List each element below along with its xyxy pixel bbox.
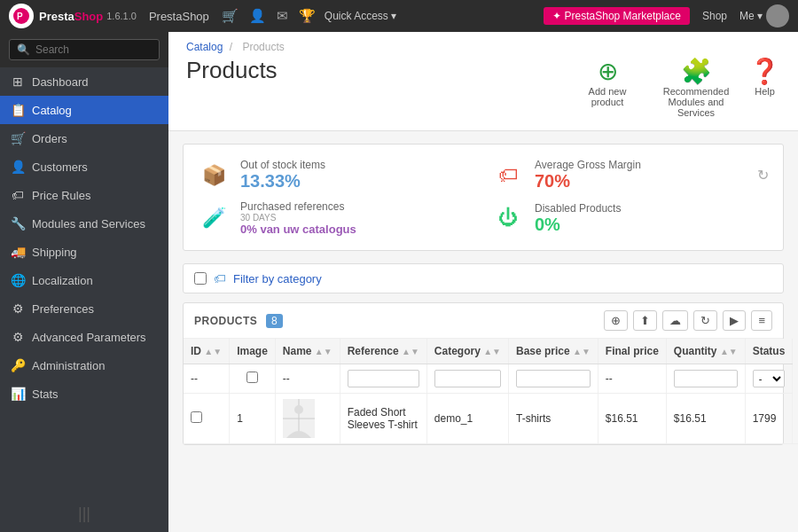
add-icon: ⊕: [598, 57, 618, 86]
purchased-refs-sublabel: 30 DAYS: [240, 213, 356, 223]
filter-tag-icon: 🏷: [214, 271, 226, 286]
gross-margin-content: Average Gross Margin 70%: [535, 159, 641, 192]
table-header-row: ID ▲▼ Image Name ▲▼ Reference ▲▼ Categor…: [184, 339, 798, 364]
sidebar-item-label: Stats: [32, 387, 59, 401]
filter-image-checkbox[interactable]: [237, 372, 268, 383]
row-cat-cell: T-shirts: [508, 394, 598, 444]
administration-icon: 🔑: [11, 358, 25, 372]
table-filter-row: -- -- -- - Yes No: [184, 364, 798, 394]
name-sort-icon[interactable]: ▲▼: [315, 347, 332, 356]
sidebar-item-dashboard[interactable]: ⊞ Dashboard: [0, 67, 168, 96]
sidebar-item-price-rules[interactable]: 🏷 Price Rules: [0, 181, 168, 209]
nav-icons: 🛒 👤 ✉ 🏆: [222, 8, 316, 24]
filter-label[interactable]: Filter by category: [233, 272, 322, 286]
filter-base-price-cell: [508, 364, 598, 394]
breadcrumb-current: Products: [242, 41, 284, 53]
filter-id-cell: --: [184, 364, 230, 394]
row-ref-cell: demo_1: [426, 394, 508, 444]
row-id-cell: 1: [230, 394, 276, 444]
col-id: ID ▲▼: [184, 339, 230, 364]
row-image-cell: [275, 394, 340, 444]
help-label: Help: [755, 86, 775, 97]
me-menu[interactable]: Me ▾: [739, 4, 789, 27]
sidebar-item-modules[interactable]: 🔧 Modules and Services: [0, 209, 168, 238]
col-status: Status: [745, 339, 793, 364]
filter-qty-input[interactable]: [674, 370, 738, 387]
ref-sort-icon[interactable]: ▲▼: [402, 347, 419, 356]
help-icon: ❓: [749, 57, 780, 86]
filter-checkbox[interactable]: [194, 272, 207, 285]
col-name: Name ▲▼: [275, 339, 340, 364]
sidebar-item-catalog[interactable]: 📋 Catalog: [0, 96, 168, 124]
recommended-modules-button[interactable]: 🧩 Recommended Modules and Services: [661, 57, 732, 118]
sidebar-item-localization[interactable]: 🌐 Localization: [0, 266, 168, 294]
products-section: PRODUCTS 8 ⊕ ⬆ ☁ ↻ ▶ ≡ ID ▲▼ Image: [183, 302, 784, 445]
add-product-toolbar-btn[interactable]: ⊕: [604, 310, 628, 331]
sidebar-item-advanced-parameters[interactable]: ⚙ Advanced Parameters: [0, 323, 168, 351]
sidebar-item-label: Shipping: [32, 246, 77, 259]
email-icon[interactable]: ✉: [277, 8, 288, 24]
sidebar-item-label: Catalog: [32, 104, 72, 117]
sidebar-item-label: Localization: [32, 274, 93, 287]
filter-name-label: --: [283, 372, 290, 385]
catalog-icon: 📋: [11, 103, 25, 117]
sidebar-item-administration[interactable]: 🔑 Administration: [0, 351, 168, 379]
recommended-label: Recommended Modules and Services: [661, 86, 732, 118]
refresh-table-btn[interactable]: ↻: [693, 310, 717, 331]
out-of-stock-value: 13.33%: [240, 171, 325, 192]
filter-cat-cell: [426, 364, 508, 394]
next-btn[interactable]: ▶: [723, 310, 746, 331]
search-input[interactable]: [35, 43, 152, 56]
localization-icon: 🌐: [11, 273, 25, 287]
marketplace-button[interactable]: ✦ PrestaShop Marketplace: [544, 7, 690, 25]
help-button[interactable]: ❓ Help: [749, 57, 780, 97]
qty-sort-icon[interactable]: ▲▼: [720, 347, 738, 356]
search-icon: 🔍: [17, 43, 30, 56]
products-title-area: PRODUCTS 8: [194, 314, 283, 327]
refresh-icon[interactable]: ↻: [757, 167, 769, 184]
base-price-sort-icon[interactable]: ▲▼: [573, 347, 591, 356]
page-header: Products ⊕ Add new product 🧩 Recommended…: [186, 57, 780, 118]
columns-btn[interactable]: ≡: [751, 310, 772, 331]
quick-access-button[interactable]: Quick Access ▾: [325, 10, 396, 22]
sidebar-item-customers[interactable]: 👤 Customers: [0, 153, 168, 181]
avatar: [766, 4, 789, 27]
purchased-refs-icon: 🧪: [198, 202, 230, 234]
sidebar-item-stats[interactable]: 📊 Stats: [0, 379, 168, 408]
svg-point-5: [294, 405, 303, 414]
trophy-icon[interactable]: 🏆: [299, 8, 316, 24]
shop-link[interactable]: Shop: [702, 10, 727, 22]
add-product-button[interactable]: ⊕ Add new product: [572, 57, 643, 107]
id-sort-icon[interactable]: ▲▼: [204, 347, 222, 356]
cat-sort-icon[interactable]: ▲▼: [483, 347, 501, 356]
product-image: [283, 399, 315, 438]
import-btn[interactable]: ☁: [662, 310, 688, 331]
products-title: PRODUCTS: [194, 315, 257, 327]
row-status-cell: ✓: [793, 394, 798, 444]
brand-name[interactable]: PrestaShop: [149, 10, 209, 23]
disabled-label: Disabled Products: [535, 202, 621, 215]
sidebar-item-label: Advanced Parameters: [32, 331, 146, 344]
products-count: 8: [266, 314, 283, 328]
row-checkbox-cell: [184, 394, 230, 444]
breadcrumb-catalog[interactable]: Catalog: [186, 41, 223, 53]
breadcrumb-separator: /: [230, 41, 232, 53]
row-checkbox[interactable]: [191, 411, 202, 423]
top-nav-right: ✦ PrestaShop Marketplace Shop Me ▾: [544, 4, 789, 27]
filter-ref-input[interactable]: [348, 370, 419, 387]
filter-base-price-input[interactable]: [516, 370, 591, 387]
sidebar-item-shipping[interactable]: 🚚 Shipping: [0, 238, 168, 266]
sidebar-item-preferences[interactable]: ⚙ Preferences: [0, 294, 168, 323]
filter-qty-cell: [666, 364, 745, 394]
filter-cat-input[interactable]: [434, 370, 501, 387]
sidebar-item-orders[interactable]: 🛒 Orders: [0, 124, 168, 153]
customers-icon: 👤: [11, 160, 25, 174]
filter-status-select[interactable]: - Yes No: [753, 370, 786, 387]
export-btn[interactable]: ⬆: [633, 310, 657, 331]
purchased-refs-value: 0% van uw catalogus: [240, 223, 356, 236]
out-of-stock-content: Out of stock items 13.33%: [240, 159, 325, 192]
user-icon[interactable]: 👤: [249, 8, 266, 24]
cart-icon[interactable]: 🛒: [222, 8, 239, 24]
col-base-price: Base price ▲▼: [508, 339, 598, 364]
logo[interactable]: P PrestaShop 1.6.1.0: [9, 4, 137, 28]
